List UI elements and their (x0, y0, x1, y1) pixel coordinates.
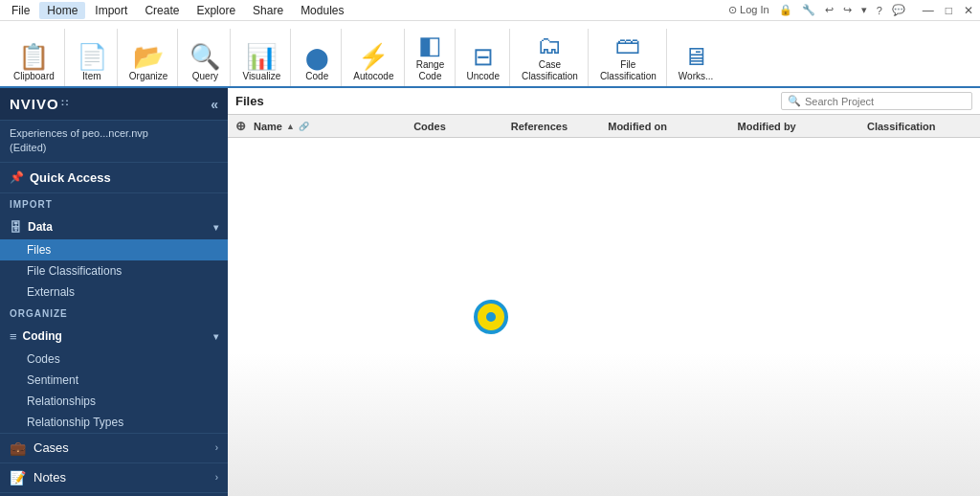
ribbon-group-code: ⬤ Code (293, 29, 342, 86)
query-icon: 🔍 (189, 44, 220, 69)
file-classification-icon: 🗃 (615, 33, 640, 57)
menu-items: File Home Import Create Explore Share Mo… (4, 2, 725, 19)
code-button[interactable]: ⬤ Code (299, 46, 335, 84)
clipboard-button[interactable]: 📋 Clipboard (10, 42, 58, 84)
autocode-label: Autocode (353, 71, 393, 82)
coding-group-header[interactable]: ≡ Coding ▾ (0, 325, 228, 349)
sidebar-item-codes[interactable]: Codes (0, 349, 228, 370)
menu-explore[interactable]: Explore (189, 2, 243, 19)
data-group-chevron: ▾ (213, 222, 218, 233)
menu-share[interactable]: Share (245, 2, 291, 19)
data-group-header[interactable]: 🗄 Data ▾ (0, 215, 228, 239)
workspace-icon: 🖥 (683, 44, 708, 69)
workspace-label: Works... (679, 71, 713, 82)
cases-label: Cases (33, 440, 69, 455)
notes-icon: 📝 (10, 470, 26, 485)
ribbon-group-visualize-items: 📊 Visualize (238, 29, 284, 84)
menu-right: ⊙ Log In 🔒 🔧 ↩ ↪ ▾ ? 💬 — □ ✕ (725, 3, 976, 18)
sidebar-quick-access: 📌 Quick Access (0, 163, 228, 193)
loading-spinner-container (474, 300, 508, 334)
th-classification: Classification (867, 121, 972, 132)
item-icon: 📄 (77, 44, 107, 69)
undo-icon[interactable]: ↩ (822, 3, 836, 17)
sidebar-nav-cases[interactable]: 💼 Cases › (0, 433, 228, 462)
redo-icon[interactable]: ↪ (840, 3, 855, 17)
menu-home[interactable]: Home (39, 2, 85, 19)
search-box[interactable]: 🔍 (781, 92, 972, 110)
ribbon-group-case-classification: 🗂 CaseClassification (512, 29, 589, 86)
coding-group-chevron: ▾ (213, 331, 218, 342)
search-icon: 🔍 (788, 95, 801, 107)
search-input[interactable] (805, 96, 966, 107)
autocode-button[interactable]: ⚡ Autocode (349, 42, 397, 84)
ribbon-group-query: 🔍 Query (180, 29, 231, 86)
sidebar-item-relationships[interactable]: Relationships (0, 391, 228, 412)
link-icon: 🔗 (299, 122, 309, 131)
ribbon-group-rangecode: ◧ RangeCode (407, 29, 456, 86)
spinner-inner (486, 312, 496, 322)
sidebar-item-files[interactable]: Files (0, 239, 228, 260)
content-body (228, 138, 980, 496)
minimize-button[interactable]: — (920, 3, 937, 18)
item-button[interactable]: 📄 Item (73, 42, 111, 84)
sidebar-item-sentiment[interactable]: Sentiment (0, 370, 228, 391)
menu-modules[interactable]: Modules (293, 2, 351, 19)
add-row-icon[interactable]: ⊕ (235, 119, 246, 133)
dropdown-icon[interactable]: ▾ (858, 3, 870, 17)
data-group-label: Data (28, 220, 53, 234)
settings-icon[interactable]: 🔧 (799, 3, 818, 17)
visualize-button[interactable]: 📊 Visualize (238, 42, 284, 84)
sidebar-item-externals[interactable]: Externals (0, 282, 228, 303)
ribbon-content: 📋 Clipboard 📄 Item 📂 Organize (0, 21, 980, 86)
item-label: Item (82, 71, 100, 82)
menu-import[interactable]: Import (87, 2, 135, 19)
range-code-button[interactable]: ◧ RangeCode (412, 31, 449, 84)
uncode-icon: ⊟ (473, 44, 494, 69)
app-name: NVIVO (10, 96, 59, 112)
workspace-button[interactable]: 🖥 Works... (675, 42, 717, 84)
close-button[interactable]: ✕ (961, 3, 976, 18)
menu-file[interactable]: File (4, 2, 37, 19)
ribbon-group-organize-items: 📂 Organize (125, 29, 172, 84)
organize-button[interactable]: 📂 Organize (125, 42, 172, 84)
cases-icon: 💼 (10, 440, 26, 456)
project-status: (Edited) (10, 141, 218, 155)
th-name: ⊕ Name ▲ 🔗 (235, 119, 413, 133)
uncode-button[interactable]: ⊟ Uncode (463, 42, 503, 84)
import-section-header: IMPORT (0, 193, 228, 215)
notes-label: Notes (33, 470, 66, 485)
cases-chevron: › (215, 442, 218, 453)
content-area: Files 🔍 ⊕ Name ▲ 🔗 Codes References Modi… (228, 88, 980, 496)
sidebar-nav-sets[interactable]: 📑 Sets › (0, 492, 228, 496)
menu-create[interactable]: Create (137, 2, 187, 19)
ribbon-group-file-classification: 🗃 FileClassification (590, 29, 667, 86)
coding-group-icon: ≡ (10, 329, 17, 344)
sort-ascending-icon[interactable]: ▲ (286, 122, 295, 131)
autocode-icon: ⚡ (358, 44, 389, 69)
query-button[interactable]: 🔍 Query (186, 42, 224, 84)
th-modified-on: Modified on (608, 121, 737, 132)
chat-icon[interactable]: 💬 (889, 3, 908, 17)
uncode-label: Uncode (467, 71, 500, 82)
sidebar-collapse-button[interactable]: « (211, 97, 218, 112)
ribbon-group-item: 📄 Item (67, 29, 118, 86)
logo-dots: ∷ (61, 98, 68, 110)
content-title: Files (235, 94, 264, 108)
sidebar-item-relationship-types[interactable]: Relationship Types (0, 412, 228, 433)
sidebar-nav-notes[interactable]: 📝 Notes › (0, 462, 228, 492)
log-in-button[interactable]: ⊙ Log In (725, 3, 772, 17)
ribbon-group-file-classification-items: 🗃 FileClassification (596, 29, 660, 84)
help-icon[interactable]: ? (874, 4, 885, 17)
maximize-button[interactable]: □ (943, 3, 955, 18)
ribbon-group-query-items: 🔍 Query (186, 29, 224, 84)
sidebar-item-file-classifications[interactable]: File Classifications (0, 260, 228, 282)
ribbon-group-uncode: ⊟ Uncode (457, 29, 510, 86)
quick-access-label: Quick Access (30, 170, 111, 185)
col-name-label: Name (254, 121, 282, 132)
ribbon-group-code-items: ⬤ Code (299, 29, 335, 84)
organize-label: Organize (129, 71, 168, 82)
ribbon-group-rangecode-items: ◧ RangeCode (412, 29, 449, 84)
case-classification-button[interactable]: 🗂 CaseClassification (518, 31, 582, 84)
file-classification-button[interactable]: 🗃 FileClassification (596, 31, 660, 84)
ribbon-group-uncode-items: ⊟ Uncode (463, 29, 503, 84)
